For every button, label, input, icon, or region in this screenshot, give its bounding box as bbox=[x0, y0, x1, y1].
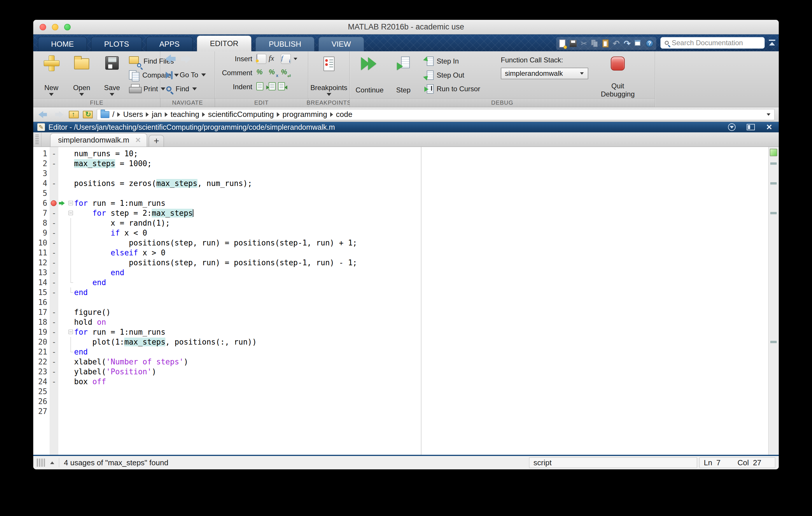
forward-arrow-icon[interactable] bbox=[54, 111, 64, 118]
ribbon-tab-apps[interactable]: APPS bbox=[146, 37, 193, 51]
breadcrumb-root[interactable]: / bbox=[112, 110, 114, 119]
code-line[interactable]: 5 bbox=[33, 188, 768, 198]
code-line[interactable]: 3 bbox=[33, 169, 768, 178]
usage-indicator-tick[interactable] bbox=[770, 212, 777, 214]
code-line[interactable]: 13- end bbox=[33, 268, 768, 277]
close-panel-icon[interactable]: ✕ bbox=[766, 123, 772, 131]
usage-indicator-tick[interactable] bbox=[770, 182, 777, 185]
comment-percent-icon[interactable]: % bbox=[256, 68, 266, 78]
code-line[interactable]: 20- plot(1:max_steps, positions(:, run)) bbox=[33, 337, 768, 347]
step-out-button[interactable]: Step Out bbox=[425, 69, 491, 82]
code-line[interactable]: 25 bbox=[33, 387, 768, 396]
fold-column[interactable] bbox=[58, 208, 74, 218]
code-line[interactable]: 15-end bbox=[33, 287, 768, 297]
uncomment-icon[interactable]: %x bbox=[269, 68, 279, 78]
undock-icon[interactable] bbox=[747, 124, 755, 130]
breadcrumb-segment-jan[interactable]: jan bbox=[152, 110, 162, 119]
file-new-button[interactable]: New bbox=[36, 53, 66, 98]
code-line[interactable]: 23-ylabel('Position') bbox=[33, 367, 768, 377]
code-line[interactable]: 4-positions = zeros(max_steps, num_runs)… bbox=[33, 178, 768, 188]
code-line[interactable]: 22-xlabel('Number of steps') bbox=[33, 357, 768, 367]
breakpoint-icon[interactable] bbox=[51, 200, 57, 206]
close-tab-icon[interactable]: ✕ bbox=[135, 136, 141, 144]
ribbon-tab-home[interactable]: HOME bbox=[38, 37, 87, 51]
minimize-window-icon[interactable] bbox=[52, 24, 58, 30]
tab-bar-grip[interactable] bbox=[33, 132, 41, 147]
minimize-ribbon-icon[interactable] bbox=[768, 40, 776, 46]
close-window-icon[interactable] bbox=[40, 24, 46, 30]
code-line[interactable]: 9- if x < 0 bbox=[33, 228, 768, 238]
usage-indicator-tick[interactable] bbox=[770, 162, 777, 165]
code-line[interactable]: 11- elseif x > 0 bbox=[33, 248, 768, 258]
code-line[interactable]: 12- positions(step, run) = positions(ste… bbox=[33, 258, 768, 268]
indent-right-icon[interactable] bbox=[269, 82, 276, 92]
paste-icon[interactable] bbox=[602, 39, 609, 48]
comment-wrap-icon[interactable]: %⏎ bbox=[281, 68, 291, 78]
ribbon-tab-publish[interactable]: PUBLISH bbox=[256, 37, 314, 51]
code-line[interactable]: 10- positions(step, run) = positions(ste… bbox=[33, 238, 768, 248]
call-stack-select[interactable]: simplerandomwalk bbox=[501, 68, 588, 79]
code-line[interactable]: 18-hold on bbox=[33, 317, 768, 327]
code-line[interactable]: 24-box off bbox=[33, 377, 768, 387]
breadcrumb[interactable]: / UsersjanteachingscientificComputingpro… bbox=[97, 109, 775, 120]
code-analyzer-bar[interactable] bbox=[768, 147, 779, 455]
redo-icon[interactable]: ↷ bbox=[624, 39, 631, 49]
quit-debugging-button[interactable]: Quit Debugging bbox=[596, 53, 640, 98]
nav-back-arrow-icon[interactable] bbox=[165, 55, 177, 63]
ribbon-tab-editor[interactable]: EDITOR bbox=[197, 36, 252, 51]
back-arrow-icon[interactable] bbox=[38, 111, 48, 118]
code-fold-icon[interactable] bbox=[68, 201, 73, 205]
documentation-search[interactable] bbox=[660, 37, 765, 49]
step-button[interactable]: Step bbox=[386, 53, 420, 98]
tab-simplerandomwalk[interactable]: simplerandomwalk.m ✕ bbox=[50, 133, 147, 147]
usage-indicator-tick[interactable] bbox=[770, 341, 777, 343]
code-line[interactable]: 21-end bbox=[33, 347, 768, 357]
insert-fx-icon[interactable]: fx bbox=[269, 54, 279, 64]
breadcrumb-segment-scientificComputing[interactable]: scientificComputing bbox=[208, 110, 273, 119]
code-line[interactable]: 6for run = 1:num_runs bbox=[33, 198, 768, 208]
code-line[interactable]: 14- end bbox=[33, 277, 768, 287]
code-line[interactable]: 7- for step = 2:max_steps bbox=[33, 208, 768, 218]
statusbar-grip-icon[interactable] bbox=[37, 459, 46, 467]
code-ok-indicator[interactable] bbox=[770, 149, 777, 156]
breadcrumb-segment-teaching[interactable]: teaching bbox=[171, 110, 199, 119]
save-icon[interactable] bbox=[570, 40, 577, 47]
code-line[interactable]: 17-figure() bbox=[33, 307, 768, 317]
breadcrumb-segment-programming[interactable]: programming bbox=[283, 110, 327, 119]
insert-function-icon[interactable]: fi bbox=[281, 54, 291, 64]
breakpoint-marker[interactable] bbox=[50, 198, 58, 208]
window-titlebar[interactable]: MATLAB R2016b - academic use bbox=[33, 20, 779, 34]
up-one-level-icon[interactable] bbox=[69, 111, 79, 118]
code-area[interactable]: 1-num_runs = 10;2-max_steps = 1000;34-po… bbox=[33, 147, 768, 455]
fold-column[interactable] bbox=[58, 198, 74, 208]
go-to-button[interactable]: Go To bbox=[165, 68, 206, 81]
code-line[interactable]: 27 bbox=[33, 406, 768, 416]
indent-left-icon[interactable] bbox=[278, 82, 285, 92]
ribbon-tab-view[interactable]: VIEW bbox=[319, 37, 364, 51]
chevron-down-icon[interactable] bbox=[767, 113, 771, 116]
file-open-button[interactable]: Open bbox=[66, 53, 97, 98]
zoom-window-icon[interactable] bbox=[64, 24, 70, 30]
code-fold-icon[interactable] bbox=[68, 211, 73, 215]
breakpoints-button[interactable]: Breakpoints bbox=[310, 53, 347, 98]
smart-indent-icon[interactable] bbox=[256, 82, 263, 92]
statusbar-caret-icon[interactable] bbox=[50, 461, 54, 464]
fold-column[interactable] bbox=[58, 327, 74, 337]
continue-button[interactable]: Continue bbox=[353, 53, 386, 98]
insert-code-section-icon[interactable] bbox=[256, 54, 266, 64]
code-line[interactable]: 1-num_runs = 10; bbox=[33, 149, 768, 159]
find-button[interactable]: Find bbox=[165, 83, 206, 95]
file-save-button[interactable]: Save bbox=[97, 53, 127, 98]
code-line[interactable]: 16 bbox=[33, 297, 768, 307]
code-line[interactable]: 19-for run = 1:num_runs bbox=[33, 327, 768, 337]
code-fold-icon[interactable] bbox=[68, 330, 73, 334]
code-line[interactable]: 26 bbox=[33, 396, 768, 406]
help-icon[interactable]: ? bbox=[646, 40, 653, 47]
code-line[interactable]: 8- x = randn(1); bbox=[33, 218, 768, 228]
run-to-cursor-button[interactable]: Run to Cursor bbox=[425, 83, 491, 95]
new-tab-button[interactable]: + bbox=[149, 135, 164, 147]
breadcrumb-segment-Users[interactable]: Users bbox=[123, 110, 143, 119]
new-script-icon[interactable] bbox=[559, 39, 566, 48]
ribbon-tab-plots[interactable]: PLOTS bbox=[91, 37, 142, 51]
search-input[interactable] bbox=[672, 39, 756, 47]
